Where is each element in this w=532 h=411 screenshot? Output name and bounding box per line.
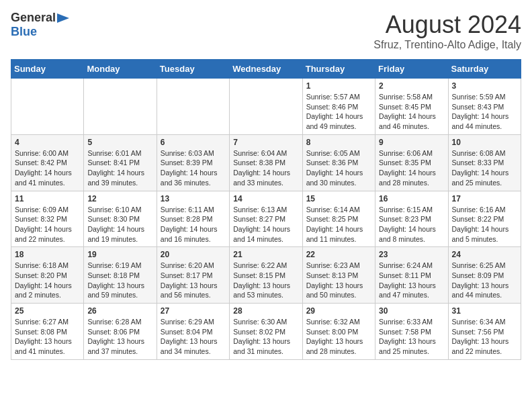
day-number: 28 (233, 306, 298, 316)
day-info: Sunset: 8:43 PM (452, 102, 517, 112)
table-row: 5Sunrise: 6:01 AMSunset: 8:41 PMDaylight… (84, 134, 157, 191)
day-info: Daylight: 14 hours and 49 minutes. (306, 111, 371, 131)
day-number: 25 (15, 306, 80, 316)
day-number: 26 (87, 306, 152, 316)
table-row: 21Sunrise: 6:22 AMSunset: 8:15 PMDayligh… (230, 247, 302, 304)
day-info: Daylight: 13 hours and 44 minutes. (452, 281, 517, 300)
logo: General Blue (11, 11, 69, 39)
table-row: 7Sunrise: 6:04 AMSunset: 8:38 PMDaylight… (230, 134, 302, 191)
table-row: 25Sunrise: 6:27 AMSunset: 8:08 PMDayligh… (11, 304, 84, 360)
day-info: Sunset: 8:00 PM (306, 327, 371, 337)
day-info: Sunset: 8:38 PM (233, 158, 298, 168)
day-info: Sunrise: 6:09 AM (15, 205, 80, 215)
day-info: Sunrise: 6:08 AM (452, 148, 517, 158)
day-info: Sunset: 8:13 PM (306, 271, 371, 281)
table-row (157, 79, 229, 135)
day-info: Sunrise: 6:33 AM (379, 317, 444, 327)
day-info: Daylight: 14 hours and 22 minutes. (15, 224, 80, 244)
day-info: Sunrise: 5:58 AM (379, 92, 444, 102)
day-number: 27 (161, 306, 226, 316)
day-info: Daylight: 13 hours and 28 minutes. (306, 336, 371, 356)
table-row: 4Sunrise: 6:00 AMSunset: 8:42 PMDaylight… (11, 134, 84, 191)
table-row: 23Sunrise: 6:24 AMSunset: 8:11 PMDayligh… (375, 247, 448, 304)
day-info: Sunset: 8:04 PM (161, 327, 226, 337)
day-info: Sunset: 8:02 PM (233, 327, 298, 337)
page-title: August 2024 (373, 11, 521, 39)
day-info: Daylight: 13 hours and 37 minutes. (87, 336, 152, 356)
table-row: 27Sunrise: 6:29 AMSunset: 8:04 PMDayligh… (157, 304, 229, 360)
calendar-week-3: 11Sunrise: 6:09 AMSunset: 8:32 PMDayligh… (11, 191, 521, 247)
day-info: Sunset: 8:06 PM (87, 327, 152, 337)
table-row: 13Sunrise: 6:11 AMSunset: 8:28 PMDayligh… (157, 191, 229, 247)
day-info: Sunset: 8:42 PM (15, 158, 80, 168)
calendar-header-row: Sunday Monday Tuesday Wednesday Thursday… (11, 60, 521, 79)
day-info: Daylight: 14 hours and 16 minutes. (161, 224, 226, 244)
day-info: Daylight: 14 hours and 14 minutes. (233, 224, 298, 244)
day-info: Sunrise: 6:28 AM (87, 317, 152, 327)
day-info: Sunset: 8:08 PM (15, 327, 80, 337)
day-info: Sunrise: 6:20 AM (161, 261, 226, 271)
svg-marker-0 (57, 13, 69, 23)
day-number: 6 (161, 138, 226, 147)
day-number: 8 (306, 138, 371, 147)
table-row: 12Sunrise: 6:10 AMSunset: 8:30 PMDayligh… (84, 191, 157, 247)
table-row: 3Sunrise: 5:59 AMSunset: 8:43 PMDaylight… (448, 79, 521, 135)
day-info: Sunrise: 5:57 AM (306, 92, 371, 102)
table-row: 26Sunrise: 6:28 AMSunset: 8:06 PMDayligh… (84, 304, 157, 360)
day-info: Sunrise: 6:34 AM (452, 317, 517, 327)
day-info: Sunrise: 6:22 AM (233, 261, 298, 271)
day-info: Daylight: 14 hours and 39 minutes. (87, 168, 152, 187)
day-number: 24 (452, 250, 517, 259)
day-info: Sunset: 8:15 PM (233, 271, 298, 281)
day-info: Sunrise: 6:11 AM (161, 205, 226, 215)
day-info: Sunrise: 5:59 AM (452, 92, 517, 102)
table-row: 24Sunrise: 6:25 AMSunset: 8:09 PMDayligh… (448, 247, 521, 304)
day-info: Sunset: 8:36 PM (306, 158, 371, 168)
calendar-table: Sunday Monday Tuesday Wednesday Thursday… (11, 59, 521, 360)
day-info: Sunset: 8:33 PM (452, 158, 517, 168)
calendar-week-4: 18Sunrise: 6:18 AMSunset: 8:20 PMDayligh… (11, 247, 521, 304)
day-info: Daylight: 14 hours and 2 minutes. (15, 281, 80, 300)
table-row: 9Sunrise: 6:06 AMSunset: 8:35 PMDaylight… (375, 134, 448, 191)
day-number: 5 (87, 138, 152, 147)
day-info: Sunrise: 6:32 AM (306, 317, 371, 327)
day-info: Daylight: 13 hours and 22 minutes. (452, 336, 517, 356)
table-row (230, 79, 302, 135)
table-row: 29Sunrise: 6:32 AMSunset: 8:00 PMDayligh… (302, 304, 375, 360)
day-info: Sunrise: 6:06 AM (379, 148, 444, 158)
day-info: Sunset: 8:35 PM (379, 158, 444, 168)
table-row: 2Sunrise: 5:58 AMSunset: 8:45 PMDaylight… (375, 79, 448, 135)
day-info: Sunset: 8:28 PM (161, 214, 226, 224)
day-info: Sunrise: 6:04 AM (233, 148, 298, 158)
page-header: General Blue August 2024 Sfruz, Trentino… (11, 11, 521, 51)
day-number: 18 (15, 250, 80, 259)
day-info: Sunrise: 6:27 AM (15, 317, 80, 327)
table-row: 15Sunrise: 6:14 AMSunset: 8:25 PMDayligh… (302, 191, 375, 247)
day-info: Sunrise: 6:23 AM (306, 261, 371, 271)
col-friday: Friday (375, 60, 448, 79)
day-info: Daylight: 14 hours and 44 minutes. (452, 111, 517, 131)
day-info: Daylight: 14 hours and 36 minutes. (161, 168, 226, 187)
logo-arrow-icon (57, 13, 69, 23)
day-info: Sunset: 8:27 PM (233, 214, 298, 224)
day-info: Daylight: 14 hours and 25 minutes. (452, 168, 517, 187)
day-info: Sunrise: 6:14 AM (306, 205, 371, 215)
table-row: 10Sunrise: 6:08 AMSunset: 8:33 PMDayligh… (448, 134, 521, 191)
day-info: Sunrise: 6:10 AM (87, 205, 152, 215)
day-info: Sunset: 7:58 PM (379, 327, 444, 337)
day-info: Sunset: 8:25 PM (306, 214, 371, 224)
day-info: Daylight: 13 hours and 59 minutes. (87, 281, 152, 300)
col-monday: Monday (84, 60, 157, 79)
table-row: 11Sunrise: 6:09 AMSunset: 8:32 PMDayligh… (11, 191, 84, 247)
day-info: Daylight: 13 hours and 56 minutes. (161, 281, 226, 300)
day-info: Daylight: 13 hours and 41 minutes. (15, 336, 80, 356)
table-row: 1Sunrise: 5:57 AMSunset: 8:46 PMDaylight… (302, 79, 375, 135)
day-number: 3 (452, 81, 517, 91)
day-info: Daylight: 13 hours and 34 minutes. (161, 336, 226, 356)
day-info: Sunset: 8:46 PM (306, 102, 371, 112)
day-number: 10 (452, 138, 517, 147)
table-row: 30Sunrise: 6:33 AMSunset: 7:58 PMDayligh… (375, 304, 448, 360)
day-info: Sunrise: 6:25 AM (452, 261, 517, 271)
day-info: Sunrise: 6:16 AM (452, 205, 517, 215)
table-row: 18Sunrise: 6:18 AMSunset: 8:20 PMDayligh… (11, 247, 84, 304)
